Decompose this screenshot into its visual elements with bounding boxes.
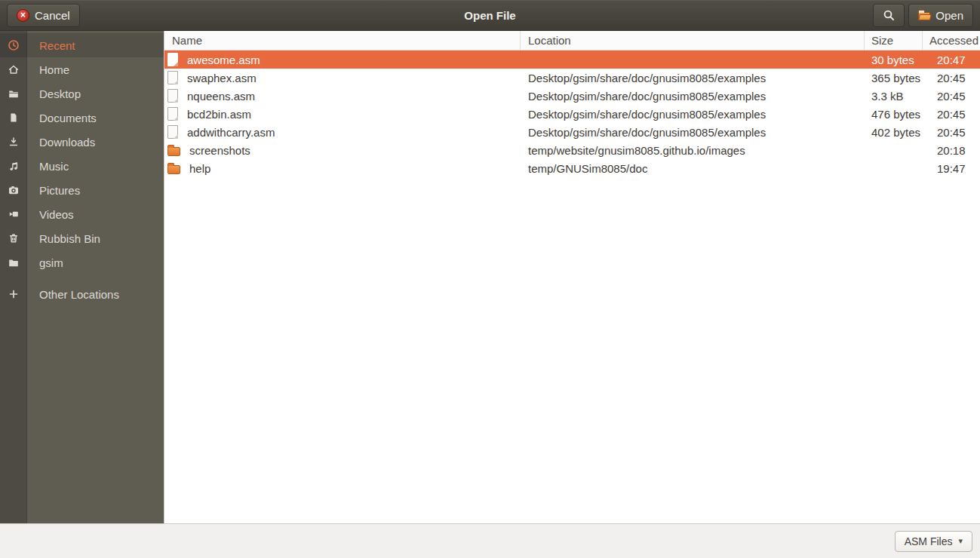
open-label: Open xyxy=(935,9,963,22)
folder-icon xyxy=(167,165,180,174)
clock-icon xyxy=(0,39,27,51)
file-accessed: 20:45 xyxy=(923,126,980,139)
column-header-location[interactable]: Location xyxy=(521,31,865,50)
download-icon xyxy=(0,136,27,148)
titlebar: × Cancel Open File Open xyxy=(0,0,980,31)
file-size: 30 bytes xyxy=(865,54,923,66)
sidebar-item-label: Documents xyxy=(27,112,164,124)
file-accessed: 20:45 xyxy=(923,90,980,103)
file-row-screenshots[interactable]: screenshots temp/website/gnusim8085.gith… xyxy=(164,141,980,159)
file-icon xyxy=(167,107,178,121)
file-accessed: 20:45 xyxy=(923,72,980,84)
file-size: 402 bytes xyxy=(865,126,923,139)
sidebar-item-label: Recent xyxy=(27,39,164,52)
sidebar-item-rubbish-bin[interactable]: Rubbish Bin xyxy=(0,226,164,250)
desktop-icon xyxy=(0,87,27,100)
file-name-cell: screenshots xyxy=(164,144,521,157)
file-size: 365 bytes xyxy=(865,72,923,84)
file-row-awesome-asm[interactable]: awesome.asm 30 bytes 20:47 xyxy=(164,51,980,69)
file-icon xyxy=(167,71,178,84)
sidebar-item-desktop[interactable]: Desktop xyxy=(0,81,164,106)
column-header-name[interactable]: Name xyxy=(164,31,521,50)
dialog-body: Recent Home Desktop Documents Downloads … xyxy=(0,31,980,523)
filter-label: ASM Files xyxy=(905,535,953,547)
file-name-cell: help xyxy=(164,162,521,175)
file-size: 3.3 kB xyxy=(865,90,923,103)
file-rows: awesome.asm 30 bytes 20:47 swaphex.asm D… xyxy=(164,51,980,177)
document-icon xyxy=(0,112,27,124)
sidebar-item-label: Rubbish Bin xyxy=(27,232,164,245)
column-header-accessed[interactable]: Accessed xyxy=(923,31,980,50)
search-button[interactable] xyxy=(873,4,905,27)
folder-icon xyxy=(0,256,27,268)
file-accessed: 19:47 xyxy=(923,162,980,175)
sidebar-item-recent[interactable]: Recent xyxy=(0,33,164,57)
titlebar-actions: Open xyxy=(873,4,973,27)
file-row-addwithcarry-asm[interactable]: addwithcarry.asm Desktop/gsim/share/doc/… xyxy=(164,123,980,141)
list-header: Name Location Size Accessed xyxy=(164,31,980,51)
sidebar-items: Recent Home Desktop Documents Downloads … xyxy=(0,33,164,306)
file-name-cell: awesome.asm xyxy=(164,53,521,66)
sidebar-item-gsim[interactable]: gsim xyxy=(0,250,164,274)
sidebar-item-pictures[interactable]: Pictures xyxy=(0,178,164,202)
sidebar-item-label: gsim xyxy=(27,256,164,269)
file-accessed: 20:18 xyxy=(923,144,980,157)
file-accessed: 20:47 xyxy=(923,54,980,66)
sidebar-item-label: Videos xyxy=(27,208,164,221)
file-location: Desktop/gsim/share/doc/gnusim8085/exampl… xyxy=(521,72,865,84)
sidebar-item-music[interactable]: Music xyxy=(0,154,164,178)
file-name: awesome.asm xyxy=(187,54,260,66)
file-name-cell: addwithcarry.asm xyxy=(164,125,521,139)
folder-icon xyxy=(167,147,180,156)
cancel-icon: × xyxy=(17,9,29,22)
open-folder-icon xyxy=(918,12,930,20)
chevron-down-icon: ▾ xyxy=(958,536,963,546)
window-title: Open File xyxy=(0,9,980,22)
file-accessed: 20:45 xyxy=(923,108,980,121)
column-header-size[interactable]: Size xyxy=(865,31,923,50)
file-name: nqueens.asm xyxy=(187,90,255,103)
file-location: temp/website/gnusim8085.github.io/images xyxy=(521,144,865,157)
search-icon xyxy=(883,9,896,22)
file-name-cell: bcd2bin.asm xyxy=(164,107,521,121)
open-button[interactable]: Open xyxy=(908,4,973,27)
file-location: Desktop/gsim/share/doc/gnusim8085/exampl… xyxy=(521,90,865,103)
file-icon xyxy=(167,53,178,66)
file-row-bcd2bin-asm[interactable]: bcd2bin.asm Desktop/gsim/share/doc/gnusi… xyxy=(164,105,980,123)
sidebar-item-label: Pictures xyxy=(27,184,164,197)
file-location: temp/GNUSim8085/doc xyxy=(521,162,865,175)
file-type-filter-dropdown[interactable]: ASM Files ▾ xyxy=(895,531,972,552)
sidebar-item-label: Home xyxy=(27,63,164,76)
sidebar-item-label: Downloads xyxy=(27,136,164,149)
file-name-cell: nqueens.asm xyxy=(164,89,521,103)
sidebar-item-videos[interactable]: Videos xyxy=(0,202,164,226)
sidebar-item-downloads[interactable]: Downloads xyxy=(0,130,164,154)
file-row-help[interactable]: help temp/GNUSim8085/doc 19:47 xyxy=(164,159,980,177)
file-row-swaphex-asm[interactable]: swaphex.asm Desktop/gsim/share/doc/gnusi… xyxy=(164,69,980,87)
file-row-nqueens-asm[interactable]: nqueens.asm Desktop/gsim/share/doc/gnusi… xyxy=(164,87,980,105)
sidebar-item-home[interactable]: Home xyxy=(0,57,164,81)
file-icon xyxy=(167,89,178,103)
file-name: bcd2bin.asm xyxy=(187,108,251,121)
open-file-dialog: × Cancel Open File Open Recent Home xyxy=(0,0,980,558)
sidebar-item-label: Music xyxy=(27,160,164,173)
cancel-label: Cancel xyxy=(35,9,70,22)
file-browser: Name Location Size Accessed awesome.asm … xyxy=(164,31,980,523)
camera-icon xyxy=(0,184,27,196)
plus-icon xyxy=(0,288,27,300)
file-location: Desktop/gsim/share/doc/gnusim8085/exampl… xyxy=(521,126,865,139)
file-name: swaphex.asm xyxy=(187,72,257,84)
file-size: 476 bytes xyxy=(865,108,923,121)
sidebar-item-label: Desktop xyxy=(27,87,164,100)
sidebar-item-other-locations[interactable]: Other Locations xyxy=(0,282,164,306)
trash-icon xyxy=(0,232,27,244)
places-sidebar: Recent Home Desktop Documents Downloads … xyxy=(0,31,164,523)
sidebar-item-documents[interactable]: Documents xyxy=(0,106,164,130)
file-name: help xyxy=(189,162,210,175)
file-name: screenshots xyxy=(189,144,250,157)
file-icon xyxy=(167,125,178,139)
file-name-cell: swaphex.asm xyxy=(164,71,521,84)
video-icon xyxy=(0,208,27,220)
statusbar: ASM Files ▾ xyxy=(0,523,980,558)
cancel-button[interactable]: × Cancel xyxy=(7,4,80,27)
